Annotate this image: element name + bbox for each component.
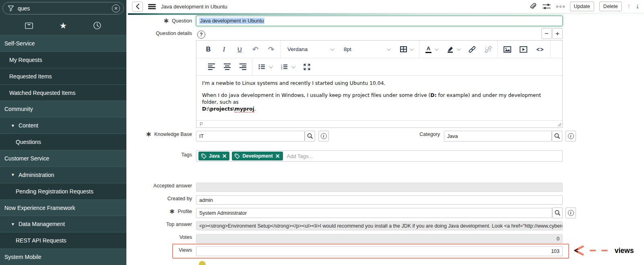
delete-button[interactable]: Delete: [599, 2, 622, 11]
back-button[interactable]: [132, 2, 143, 12]
search-icon: [554, 133, 560, 139]
sidebar-item-pending-registration-requests[interactable]: Pending Registration Requests: [0, 183, 126, 199]
remove-tag-icon[interactable]: ✕: [222, 153, 227, 159]
align-center-button[interactable]: [219, 60, 235, 73]
editor-shrink-button[interactable]: −: [541, 28, 552, 39]
navigator-filter-input[interactable]: ques ✕: [2, 2, 124, 14]
source-code-button[interactable]: <>: [531, 43, 549, 56]
align-right-button[interactable]: [235, 60, 251, 73]
align-left-button[interactable]: [204, 60, 219, 73]
accepted-answer-field: [196, 183, 563, 192]
image-icon: [504, 46, 511, 53]
annotation-dash: [601, 250, 608, 251]
unlink-icon: [485, 46, 492, 53]
category-input[interactable]: Java: [444, 131, 552, 142]
resize-handle-icon[interactable]: [557, 123, 561, 127]
sidebar-group-content[interactable]: ▼Content: [0, 117, 126, 134]
votes-field: 0: [196, 234, 563, 243]
top-answer-label: Top answer: [126, 222, 192, 227]
sidebar-item-requested-items[interactable]: Requested Items: [0, 68, 126, 84]
personalize-form-button[interactable]: [542, 3, 551, 10]
next-record-icon[interactable]: ↓: [636, 2, 640, 10]
navigator-menu: Self-Service My Requests Requested Items…: [0, 35, 126, 265]
annotation-label: views: [615, 247, 634, 255]
update-button[interactable]: Update: [570, 2, 594, 11]
question-input[interactable]: Java development in Ubuntu: [196, 16, 563, 26]
help-icon[interactable]: ?: [197, 31, 205, 39]
category-info-button[interactable]: i: [566, 131, 576, 142]
tag-chip[interactable]: Java ✕: [198, 152, 229, 160]
created-by-input[interactable]: admin: [196, 195, 563, 205]
editor-grow-button[interactable]: +: [552, 28, 563, 39]
required-icon: ∗: [169, 210, 175, 214]
profile-label: ∗ Profile: [126, 209, 192, 214]
search-icon: [555, 210, 561, 216]
tags-label: Tags: [126, 152, 192, 158]
misspelled-word: myproj: [235, 106, 254, 113]
editor-content[interactable]: I'm a newbie to Linux systems and recent…: [196, 76, 562, 120]
sidebar-item-watched-requested-items[interactable]: Watched Requested Items: [0, 84, 126, 101]
redo-button[interactable]: ↷: [263, 43, 279, 56]
fullscreen-button[interactable]: [299, 60, 315, 73]
chevron-down-icon: [330, 47, 334, 51]
previous-record-icon[interactable]: ↑: [627, 2, 631, 10]
sidebar-group-administration[interactable]: ▼Administration: [0, 166, 126, 183]
more-options-button[interactable]: [556, 6, 565, 8]
numbered-list-dropdown[interactable]: 123: [276, 60, 299, 73]
form-pane: Java development in Ubuntu Update Delete…: [126, 0, 644, 265]
tab-all-applications[interactable]: [17, 22, 41, 30]
italic-button[interactable]: I: [216, 43, 232, 56]
bullet-list-dropdown[interactable]: [254, 60, 276, 73]
tags-input[interactable]: Java ✕ Development ✕ Add Tags...: [196, 150, 563, 162]
tag-chip[interactable]: Development ✕: [232, 152, 283, 160]
chevron-down-icon: [409, 47, 413, 51]
sidebar-section-customer-service[interactable]: Customer Service: [0, 150, 126, 166]
font-family-dropdown[interactable]: Verdana: [282, 43, 338, 56]
undo-button[interactable]: ↶: [248, 43, 263, 56]
element-path[interactable]: P: [200, 121, 203, 127]
knowledge-base-input[interactable]: IT: [196, 131, 305, 142]
question-details-label: Question details: [126, 31, 192, 36]
font-size-dropdown[interactable]: 8pt: [338, 43, 394, 56]
sidebar-section-self-service[interactable]: Self-Service: [0, 35, 126, 51]
text-color-dropdown[interactable]: A: [421, 43, 442, 56]
tab-favorites[interactable]: ★: [51, 21, 75, 30]
sidebar-section-system-mobile[interactable]: System Mobile: [0, 249, 126, 265]
collapse-triangle-icon: ▼: [11, 123, 15, 128]
knowledge-base-info-button[interactable]: i: [318, 131, 329, 142]
sliders-icon: [542, 3, 551, 10]
profile-info-button[interactable]: i: [566, 207, 576, 218]
highlight-color-dropdown[interactable]: [442, 43, 464, 56]
sidebar-item-my-requests[interactable]: My Requests: [0, 51, 126, 68]
profile-lookup-button[interactable]: [552, 207, 563, 218]
clear-filter-icon[interactable]: ✕: [112, 4, 120, 12]
collapse-triangle-icon: ▼: [11, 173, 15, 177]
insert-image-button[interactable]: [499, 43, 515, 56]
sidebar-section-now-experience-framework[interactable]: Now Experience Framework: [0, 199, 126, 216]
remove-link-button[interactable]: [480, 43, 496, 56]
sidebar-section-community[interactable]: Community: [0, 101, 126, 117]
knowledge-base-lookup-button[interactable]: [305, 131, 315, 142]
views-input[interactable]: 103: [196, 246, 563, 256]
annotation-dash: [590, 250, 596, 251]
bold-button[interactable]: B: [200, 43, 216, 56]
sidebar-group-data-management[interactable]: ▼Data Management: [0, 216, 126, 232]
sidebar-item-questions[interactable]: Questions: [0, 134, 126, 150]
form-context-menu-icon[interactable]: [148, 4, 156, 9]
category-lookup-button[interactable]: [552, 131, 562, 142]
remove-tag-icon[interactable]: ✕: [275, 153, 280, 159]
form-header: Java development in Ubuntu Update Delete…: [126, 0, 644, 13]
tab-history[interactable]: [85, 21, 109, 30]
app-window: ques ✕ ★ Self-Service My Requests Reques…: [0, 0, 644, 265]
sidebar-item-rest-api-requests[interactable]: REST API Requests: [0, 232, 126, 249]
underline-button[interactable]: U: [232, 43, 248, 56]
insert-video-button[interactable]: [515, 43, 531, 56]
profile-input[interactable]: System Administrator: [196, 208, 552, 218]
table-icon: [400, 46, 407, 52]
insert-link-button[interactable]: [464, 43, 480, 56]
attachment-button[interactable]: [528, 2, 537, 11]
table-dropdown[interactable]: [394, 43, 418, 56]
chevron-down-icon: [268, 64, 272, 68]
category-label: Category: [378, 131, 440, 137]
annotation-callout: views: [572, 245, 634, 256]
